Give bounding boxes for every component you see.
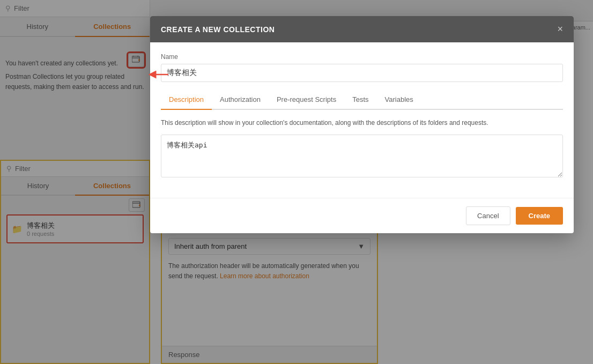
modal-title: CREATE A NEW COLLECTION [161, 25, 275, 34]
modal-tab-content-description: This description will show in your colle… [161, 110, 563, 187]
desc-hint: This description will show in your colle… [161, 118, 563, 128]
tab-authorization[interactable]: Authorization [212, 90, 269, 109]
collection-name-input[interactable] [161, 64, 563, 82]
modal-footer: Cancel Create [150, 198, 574, 233]
tab-tests[interactable]: Tests [344, 90, 376, 109]
name-label: Name [161, 53, 563, 61]
modal-header: CREATE A NEW COLLECTION × [150, 16, 574, 42]
tab-description[interactable]: Description [161, 90, 212, 109]
tab-pre-request[interactable]: Pre-request Scripts [269, 90, 344, 109]
modal-tabs: Description Authorization Pre-request Sc… [161, 90, 563, 110]
create-button[interactable]: Create [516, 207, 563, 225]
description-input[interactable]: 博客相关api [161, 135, 563, 177]
cancel-button[interactable]: Cancel [466, 206, 510, 225]
red-arrow-indicator [148, 69, 169, 79]
modal-body: Name Description Authorization Pre-reque… [150, 42, 574, 198]
tab-variables[interactable]: Variables [377, 90, 421, 109]
modal-close-button[interactable]: × [557, 24, 563, 35]
create-collection-modal: CREATE A NEW COLLECTION × Name Descripti… [150, 16, 574, 233]
